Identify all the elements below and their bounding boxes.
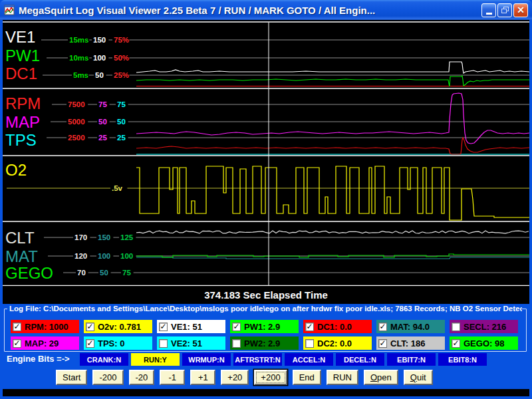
end-button[interactable]: End bbox=[293, 370, 321, 385]
window-title: MegaSquirt Log Visual Viewer 2.25 Beta 7… bbox=[19, 5, 480, 16]
engine-bit-run: RUN:Y bbox=[131, 353, 180, 366]
channel-check-row-2: ✓MAP: 29✓TPS: 0VE2: 51PW2: 2.9DC2: 0.0✓C… bbox=[11, 336, 518, 350]
scale-tick-pw1-2: 50% bbox=[114, 54, 129, 62]
channel-toggle-ve1[interactable]: ✓VE1: 51 bbox=[157, 320, 225, 333]
engine-bits-row: Engine Bits =-> CRANK:NRUN:YWRMUP:NAFTRS… bbox=[0, 353, 532, 366]
quit-button[interactable]: Quit bbox=[404, 370, 433, 385]
app-icon bbox=[4, 5, 15, 15]
channel-toggle-o2v[interactable]: ✓O2v: 0.781 bbox=[84, 320, 152, 333]
scale-tick-tps-0: 2500 bbox=[68, 134, 85, 142]
channel-toggle-gego[interactable]: ✓GEGO: 98 bbox=[450, 336, 518, 350]
checkbox-checked[interactable]: ✓ bbox=[13, 339, 21, 348]
checkbox-unchecked[interactable] bbox=[305, 339, 314, 348]
channel-toggle-pw2[interactable]: PW2: 2.9 bbox=[230, 336, 299, 350]
log-graph-canvas: VE115ms15075%PW110ms10050%DC15ms5025%RPM… bbox=[3, 20, 529, 286]
scale-tick-mat-0: 120 bbox=[74, 252, 87, 260]
channel-check-row-1: ✓RPM: 1000✓O2v: 0.781✓VE1: 51✓PW1: 2.9✓D… bbox=[11, 320, 518, 333]
200-button[interactable]: -200 bbox=[92, 370, 123, 385]
channel-value-label: SECL: 216 bbox=[464, 322, 506, 332]
channel-label-o2: O2 bbox=[5, 161, 27, 179]
checkbox-checked[interactable]: ✓ bbox=[378, 339, 387, 348]
maximize-button[interactable] bbox=[497, 3, 512, 17]
scale-tick-mat-2: 100 bbox=[120, 252, 133, 260]
engine-bit-ebit7: EBIT7:N bbox=[387, 353, 436, 366]
channel-label-clt: CLT bbox=[5, 229, 35, 247]
channel-toggle-mat[interactable]: ✓MAT: 94.0 bbox=[376, 320, 445, 333]
log-file-info: Log File: C:\Documents and Settings\Lanc… bbox=[7, 305, 522, 313]
titlebar: MegaSquirt Log Visual Viewer 2.25 Beta 7… bbox=[0, 0, 532, 20]
log-graph[interactable]: VE115ms15075%PW110ms10050%DC15ms5025%RPM… bbox=[3, 20, 529, 286]
channel-value-label: PW1: 2.9 bbox=[244, 322, 280, 332]
scale-tick-clt-2: 125 bbox=[120, 233, 134, 241]
scale-tick-pw1-0: 10ms bbox=[69, 54, 88, 62]
channel-label-map: MAP bbox=[5, 113, 40, 131]
channel-label-tps: TPS bbox=[5, 131, 37, 149]
channel-toggle-dc2[interactable]: DC2: 0.0 bbox=[303, 336, 372, 350]
scale-tick-map-2: 50 bbox=[117, 118, 126, 126]
checkbox-checked[interactable]: ✓ bbox=[86, 339, 94, 348]
checkbox-checked[interactable]: ✓ bbox=[232, 323, 241, 331]
checkbox-unchecked[interactable] bbox=[159, 339, 168, 348]
scale-tick-gego-0: 70 bbox=[77, 269, 86, 277]
trace-ve1 bbox=[136, 62, 529, 73]
trace-rpm bbox=[136, 138, 529, 154]
checkbox-checked[interactable]: ✓ bbox=[86, 323, 94, 331]
channel-value-label: GEGO: 98 bbox=[464, 338, 504, 348]
app-window: MegaSquirt Log Visual Viewer 2.25 Beta 7… bbox=[0, 0, 532, 399]
200-button[interactable]: +200 bbox=[254, 370, 287, 385]
engine-bit-accel: ACCEL:N bbox=[285, 353, 333, 366]
channel-toggle-map[interactable]: ✓MAP: 29 bbox=[11, 336, 79, 350]
channel-value-label: PW2: 2.9 bbox=[244, 338, 280, 348]
open-button[interactable]: Open bbox=[364, 370, 398, 385]
channel-toggle-tps[interactable]: ✓TPS: 0 bbox=[84, 336, 152, 350]
checkbox-checked[interactable]: ✓ bbox=[378, 323, 387, 331]
engine-bits-items: CRANK:NRUN:YWRMUP:NAFTRSTRT:NACCEL:NDECE… bbox=[80, 353, 487, 366]
checkbox-checked[interactable]: ✓ bbox=[305, 323, 314, 331]
channel-value-label: TPS: 0 bbox=[98, 338, 124, 348]
scale-tick-dc1-1: 50 bbox=[95, 71, 104, 79]
start-button[interactable]: Start bbox=[56, 370, 87, 385]
channel-label-mat: MAT bbox=[5, 247, 38, 265]
20-button[interactable]: -20 bbox=[129, 370, 155, 385]
channel-toggle-secl[interactable]: SECL: 216 bbox=[450, 320, 518, 333]
engine-bit-crank: CRANK:N bbox=[80, 353, 128, 366]
20-button[interactable]: +20 bbox=[221, 370, 249, 385]
channel-value-label: CLT: 186 bbox=[390, 338, 426, 348]
channel-toggle-ve2[interactable]: VE2: 51 bbox=[157, 336, 225, 350]
channel-label-pw1: PW1 bbox=[5, 47, 40, 65]
1-button[interactable]: +1 bbox=[190, 370, 215, 385]
channel-label-rpm: RPM bbox=[5, 94, 41, 112]
trace-o2 bbox=[136, 166, 529, 220]
scale-tick-tps-1: 25 bbox=[98, 134, 107, 142]
channel-toggle-dc1[interactable]: ✓DC1: 0.0 bbox=[303, 320, 372, 333]
channel-value-label: MAT: 94.0 bbox=[390, 322, 430, 332]
checkbox-unchecked[interactable] bbox=[452, 323, 460, 331]
channel-toggle-pw1[interactable]: ✓PW1: 2.9 bbox=[230, 320, 299, 333]
channel-label-dc1: DC1 bbox=[5, 65, 37, 82]
close-button[interactable]: ✕ bbox=[513, 3, 528, 17]
checkbox-unchecked[interactable] bbox=[232, 339, 241, 348]
channel-value-label: VE2: 51 bbox=[171, 338, 202, 348]
channel-toggle-clt[interactable]: ✓CLT: 186 bbox=[376, 336, 445, 350]
checkbox-checked[interactable]: ✓ bbox=[452, 339, 460, 348]
1-button[interactable]: -1 bbox=[160, 370, 185, 385]
checkbox-checked[interactable]: ✓ bbox=[13, 323, 21, 331]
engine-bit-aftrstrt: AFTRSTRT:N bbox=[233, 353, 282, 366]
engine-bit-wrmup: WRMUP:N bbox=[182, 353, 231, 366]
scale-tick-dc1-2: 25% bbox=[114, 71, 129, 79]
trace-pw1 bbox=[136, 76, 529, 86]
channel-value-label: DC1: 0.0 bbox=[317, 322, 352, 332]
scale-tick-rpm-0: 7500 bbox=[68, 100, 85, 108]
scale-tick-ve1-0: 15ms bbox=[69, 36, 88, 44]
channel-value-label: O2v: 0.781 bbox=[98, 322, 141, 332]
close-icon: ✕ bbox=[517, 5, 525, 15]
scale-tick-map-0: 5000 bbox=[68, 118, 85, 126]
checkbox-checked[interactable]: ✓ bbox=[159, 323, 168, 331]
engine-bits-label: Engine Bits =-> bbox=[7, 354, 70, 364]
minimize-button[interactable] bbox=[481, 3, 496, 17]
scale-tick-rpm-1: 75 bbox=[98, 100, 107, 108]
run-button[interactable]: RUN bbox=[327, 370, 358, 385]
maximize-icon bbox=[501, 7, 509, 13]
channel-value-label: VE1: 51 bbox=[171, 322, 202, 332]
channel-toggle-rpm[interactable]: ✓RPM: 1000 bbox=[11, 320, 79, 333]
